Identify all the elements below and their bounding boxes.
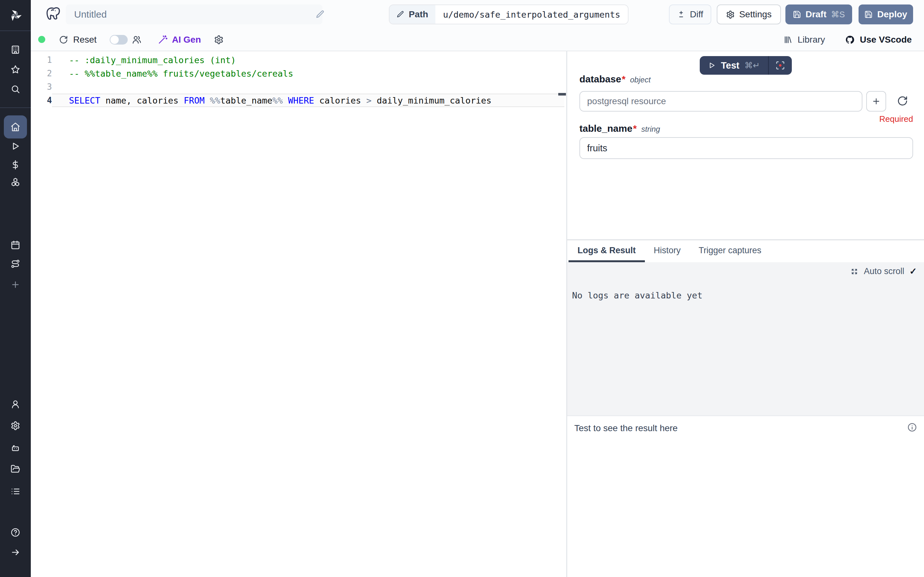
- sidebar-item-help[interactable]: [0, 522, 31, 543]
- plus-icon: [872, 97, 881, 106]
- building-icon: [11, 45, 20, 55]
- settings-button-label: Settings: [739, 9, 772, 19]
- gear-icon: [726, 10, 735, 19]
- draft-button[interactable]: Draft ⌘S: [785, 5, 852, 24]
- sidebar-item-schedules[interactable]: [0, 235, 31, 255]
- sidebar-item-workers[interactable]: [0, 438, 31, 458]
- sidebar-item-favorites[interactable]: [0, 59, 31, 80]
- line-number: 4: [31, 95, 52, 105]
- required-asterisk: *: [633, 123, 637, 134]
- sidebar-item-search[interactable]: [0, 79, 31, 99]
- edit-title-pencil-icon[interactable]: [316, 10, 325, 19]
- result-panel: Test to see the result here: [567, 416, 924, 577]
- line-number: 3: [31, 82, 52, 92]
- library-icon: [783, 35, 792, 44]
- boxes-icon: [11, 177, 20, 187]
- play-icon: [708, 61, 716, 69]
- code-line[interactable]: 2-- %%table_name%% fruits/vegetables/cer…: [31, 67, 566, 80]
- sidebar-item-logs[interactable]: [0, 481, 31, 502]
- sidebar-item-collapse[interactable]: [0, 542, 31, 562]
- draft-shortcut: ⌘S: [831, 10, 845, 19]
- users-icon: [132, 35, 142, 45]
- diff-mode-toggle[interactable]: [110, 35, 128, 45]
- reset-button[interactable]: Reset: [59, 29, 97, 51]
- table-name-input[interactable]: [580, 137, 913, 159]
- user-icon: [11, 400, 20, 409]
- script-settings-gear[interactable]: [214, 35, 224, 45]
- field-name: database: [580, 74, 621, 84]
- ai-gen-button[interactable]: AI Gen: [158, 29, 201, 51]
- library-button[interactable]: Library: [783, 29, 825, 51]
- active-item-pill: [4, 115, 27, 139]
- pencil-icon: [397, 11, 404, 18]
- tab-history[interactable]: History: [645, 240, 690, 262]
- capture-test-button[interactable]: [769, 56, 792, 75]
- logs-empty-message: No logs are available yet: [572, 290, 702, 300]
- info-icon[interactable]: [907, 422, 917, 432]
- sidebar-item-folders[interactable]: [0, 459, 31, 479]
- line-number: 1: [31, 55, 52, 65]
- dollar-icon: [11, 160, 20, 169]
- search-icon: [11, 84, 20, 94]
- sidebar-item-resources[interactable]: [0, 172, 31, 192]
- refresh-resources-button[interactable]: [897, 95, 908, 106]
- folder-open-icon: [11, 464, 20, 474]
- save-icon: [793, 10, 801, 19]
- wand-sparkles-icon: [158, 35, 168, 45]
- robot-icon: [11, 443, 20, 453]
- code-line[interactable]: 1-- :daily_minimum_calories (int): [31, 53, 566, 67]
- code-lines: 1-- :daily_minimum_calories (int)2-- %%t…: [31, 53, 566, 107]
- tab-label: Trigger captures: [699, 245, 762, 255]
- collaborators-icon[interactable]: [132, 35, 142, 45]
- star-icon: [11, 65, 20, 74]
- deploy-button-label: Deploy: [877, 9, 907, 19]
- ai-gen-label: AI Gen: [172, 35, 201, 45]
- help-circle-icon: [11, 528, 20, 537]
- sidebar-item-flows[interactable]: [0, 253, 31, 274]
- field-name: table_name: [580, 123, 632, 134]
- add-resource-button[interactable]: [866, 91, 886, 111]
- home-icon: [10, 122, 21, 132]
- database-resource-input[interactable]: [580, 91, 863, 111]
- line-number: 2: [31, 69, 52, 78]
- tab-trigger-captures[interactable]: Trigger captures: [690, 240, 771, 262]
- sidebar-item-home[interactable]: [0, 115, 31, 139]
- code-line[interactable]: 4SELECT name, calories FROM %%table_name…: [31, 93, 566, 107]
- checkmark-icon: ✓: [909, 266, 917, 277]
- diff-button[interactable]: Diff: [669, 5, 711, 24]
- rotate-cw-icon: [59, 35, 68, 44]
- use-vscode-button[interactable]: Use VScode: [845, 29, 912, 51]
- windmill-logo[interactable]: [0, 0, 31, 31]
- path-label: Path: [409, 9, 428, 19]
- windmill-pinwheel-icon: [8, 8, 23, 23]
- sidebar-item-workspace[interactable]: [0, 39, 31, 60]
- library-label: Library: [798, 35, 825, 45]
- sidebar-item-add[interactable]: [0, 274, 31, 295]
- draft-button-label: Draft: [806, 9, 827, 19]
- sidebar-divider: [0, 107, 31, 108]
- sidebar-item-runs[interactable]: [0, 136, 31, 156]
- run-panel: Test ⌘↵ database* object Required table_…: [567, 51, 924, 577]
- result-tabs: Logs & Result History Trigger captures: [567, 240, 924, 262]
- test-shortcut: ⌘↵: [744, 61, 760, 71]
- overview-ruler-cursor-marker: [558, 93, 566, 95]
- database-field-label: database* object: [580, 74, 651, 85]
- settings-button[interactable]: Settings: [717, 5, 781, 24]
- expand-icon: [850, 268, 859, 276]
- auto-scroll-toggle[interactable]: Auto scroll ✓: [850, 266, 917, 277]
- auto-scroll-label: Auto scroll: [864, 266, 904, 276]
- play-icon: [11, 141, 20, 151]
- sidebar-item-account[interactable]: [0, 394, 31, 414]
- test-button-label: Test: [721, 60, 739, 71]
- path-field[interactable]: Path u/demo/safe_interpolated_arguments: [389, 5, 628, 24]
- sidebar-item-settings[interactable]: [0, 416, 31, 436]
- script-title-input[interactable]: [66, 5, 322, 24]
- code-line[interactable]: 3: [31, 80, 566, 93]
- code-text: -- %%table_name%% fruits/vegetables/cere…: [52, 69, 564, 79]
- postgresql-icon: [45, 5, 62, 24]
- code-editor[interactable]: 1-- :daily_minimum_calories (int)2-- %%t…: [31, 51, 566, 577]
- tab-logs-result[interactable]: Logs & Result: [569, 240, 645, 262]
- test-button[interactable]: Test ⌘↵: [700, 56, 768, 75]
- deploy-button[interactable]: Deploy: [859, 5, 913, 24]
- rotate-cw-icon: [897, 95, 908, 106]
